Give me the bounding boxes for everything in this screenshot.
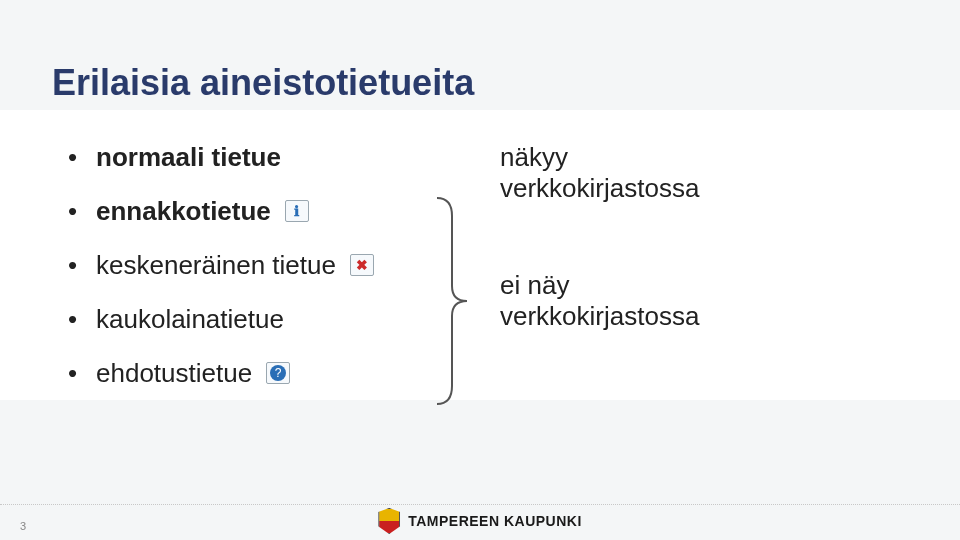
city-name: TAMPEREEN KAUPUNKI xyxy=(408,513,582,529)
shield-icon xyxy=(378,508,400,534)
footer: 3 TAMPEREEN KAUPUNKI xyxy=(0,504,960,540)
label-hidden: ei näy verkkokirjastossa xyxy=(500,270,699,332)
list-item: ehdotustietue xyxy=(68,346,488,400)
error-icon xyxy=(350,254,374,276)
label-visible: näkyy verkkokirjastossa xyxy=(500,142,699,204)
bullet-text: keskeneräinen tietue xyxy=(96,250,336,281)
brace-bracket xyxy=(432,196,472,406)
slide: Erilaisia aineistotietueita normaali tie… xyxy=(0,0,960,540)
city-logo: TAMPEREEN KAUPUNKI xyxy=(378,508,582,534)
page-title: Erilaisia aineistotietueita xyxy=(52,62,474,104)
bullet-text: ehdotustietue xyxy=(96,358,252,389)
bullet-text: ennakkotietue xyxy=(96,196,271,227)
bullet-text: kaukolainatietue xyxy=(96,304,284,335)
bullet-text: normaali tietue xyxy=(96,142,281,173)
page-number: 3 xyxy=(20,520,26,532)
info-icon xyxy=(285,200,309,222)
list-item: ennakkotietue xyxy=(68,184,488,238)
bullet-list: normaali tietue ennakkotietue keskeneräi… xyxy=(68,130,488,400)
list-item: keskeneräinen tietue xyxy=(68,238,488,292)
list-item: kaukolainatietue xyxy=(68,292,488,346)
help-icon xyxy=(266,362,290,384)
list-item: normaali tietue xyxy=(68,130,488,184)
